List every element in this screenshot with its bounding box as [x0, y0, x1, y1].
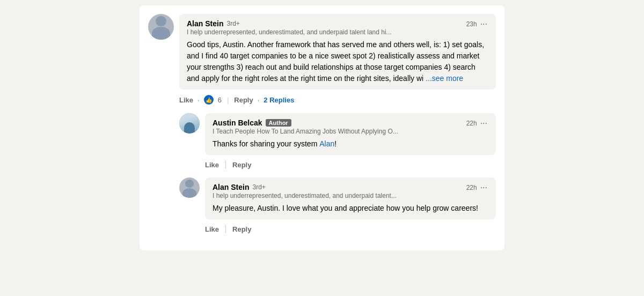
austin-avatar	[179, 113, 200, 134]
divider-reply1	[225, 160, 226, 169]
see-more-main[interactable]: ...see more	[426, 74, 463, 83]
reply-comment-1: Austin Belcak Author I Teach People How …	[179, 113, 496, 171]
comment-text-main: Good tips, Austin. Another framework tha…	[187, 39, 488, 84]
comment-meta-reply2: 22h ···	[466, 183, 488, 193]
comment-body-reply1: Austin Belcak Author I Teach People How …	[205, 113, 496, 171]
author-name-reply2[interactable]: Alan Stein	[213, 183, 249, 191]
comment-actions-reply1: Like Reply	[205, 158, 496, 171]
author-badge-reply1: Author	[266, 119, 291, 127]
mention-alan[interactable]: Alan	[319, 139, 334, 148]
silhouette-head	[156, 16, 166, 26]
more-options-reply1[interactable]: ···	[479, 119, 488, 128]
reply-button-reply2[interactable]: Reply	[232, 225, 251, 233]
dot-sep-1: ·	[197, 96, 200, 104]
comment-text-reply2: My pleasure, Austin. I love what you and…	[213, 203, 488, 214]
reaction-count-main: 6	[218, 96, 222, 104]
degree-badge-main: 3rd+	[226, 20, 239, 27]
comment-actions-main: Like · 👍 6 | Reply · 2 Replies	[179, 93, 496, 107]
author-info-reply2: Alan Stein 3rd+ I help underrepresented,…	[213, 183, 397, 199]
comment-bubble-reply2: Alan Stein 3rd+ I help underrepresented,…	[205, 177, 496, 219]
author-info-main: Alan Stein 3rd+ I help underrepresented,…	[187, 19, 392, 36]
divider-reply2	[225, 225, 226, 233]
reply-button-reply1[interactable]: Reply	[232, 161, 251, 169]
comment-time-reply2: 22h	[466, 184, 477, 191]
comment-meta-reply1: 22h ···	[466, 119, 488, 128]
replies-count-main[interactable]: 2 Replies	[264, 96, 294, 104]
degree-badge-reply2: 3rd+	[252, 183, 265, 191]
sil-head-r2	[185, 180, 193, 188]
like-button-reply1[interactable]: Like	[205, 161, 219, 169]
author-headline-reply2: I help underrepresented, underestimated,…	[213, 192, 397, 199]
comment-header-main: Alan Stein 3rd+ I help underrepresented,…	[187, 19, 488, 36]
pipe-sep-1: |	[227, 96, 229, 104]
comment-time-reply1: 22h	[466, 120, 477, 127]
comment-header-reply1: Austin Belcak Author I Teach People How …	[213, 119, 488, 135]
comment-bubble-reply1: Austin Belcak Author I Teach People How …	[205, 113, 496, 155]
comment-body-reply2: Alan Stein 3rd+ I help underrepresented,…	[205, 177, 496, 235]
more-options-main[interactable]: ···	[479, 19, 488, 29]
more-options-reply2[interactable]: ···	[479, 183, 488, 193]
author-headline-main: I help underrepresented, underestimated,…	[187, 28, 392, 36]
alan-avatar-main	[148, 14, 174, 40]
comment-text-reply1: Thanks for sharing your system Alan!	[213, 138, 488, 150]
dot-sep-2: ·	[258, 96, 260, 104]
comment-time-main: 23h	[466, 20, 477, 28]
main-comment: Alan Stein 3rd+ I help underrepresented,…	[148, 14, 496, 107]
comment-bubble-main: Alan Stein 3rd+ I help underrepresented,…	[179, 14, 496, 90]
author-name-row-reply2: Alan Stein 3rd+	[213, 183, 397, 191]
like-reaction-icon: 👍	[204, 95, 214, 105]
author-headline-reply1: I Teach People How To Land Amazing Jobs …	[213, 128, 398, 135]
reply-container-2: Alan Stein 3rd+ I help underrepresented,…	[179, 177, 496, 235]
sil-body-r2	[182, 188, 197, 198]
silhouette-reply2	[179, 177, 200, 198]
reply-button-main[interactable]: Reply	[234, 96, 253, 104]
reply-comment-2: Alan Stein 3rd+ I help underrepresented,…	[179, 177, 496, 235]
avatar-silhouette	[148, 14, 174, 40]
alan-avatar-reply2	[179, 177, 200, 198]
reply-container-1: Austin Belcak Author I Teach People How …	[179, 113, 496, 171]
silhouette-body	[152, 27, 170, 40]
author-info-reply1: Austin Belcak Author I Teach People How …	[213, 119, 398, 135]
comment-header-reply2: Alan Stein 3rd+ I help underrepresented,…	[213, 183, 488, 199]
like-button-reply2[interactable]: Like	[205, 225, 219, 233]
comment-body-main: Alan Stein 3rd+ I help underrepresented,…	[179, 14, 496, 107]
author-name-row-main: Alan Stein 3rd+	[187, 19, 392, 28]
author-name-row-reply1: Austin Belcak Author	[213, 119, 398, 127]
comment-meta-main: 23h ···	[466, 19, 488, 29]
author-name-reply1[interactable]: Austin Belcak	[213, 119, 262, 127]
author-name-main[interactable]: Alan Stein	[187, 19, 223, 28]
comment-actions-reply2: Like Reply	[205, 223, 496, 235]
like-button-main[interactable]: Like	[179, 96, 193, 104]
